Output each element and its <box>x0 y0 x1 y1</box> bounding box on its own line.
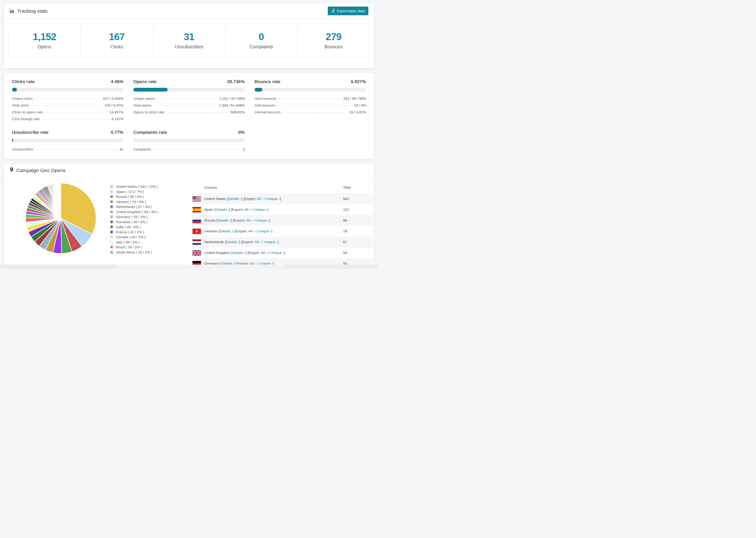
section-percent: 0% <box>238 130 244 135</box>
legend-swatch <box>110 225 113 228</box>
stat-label: Unsubscribes <box>175 44 203 50</box>
legend-label: Russia ( 86 / 5% ) <box>116 194 144 198</box>
stat-value: 167 <box>109 31 125 42</box>
legend-label: Romania ( 49 / 3% ) <box>116 220 147 224</box>
section-percent: 0.77% <box>111 130 124 135</box>
tracking-stats-title: Tracking stats <box>10 8 48 14</box>
country-total: 59 <box>343 251 347 255</box>
rate-row: Opens to clicks rate 689.82% <box>134 110 245 117</box>
progress-track <box>12 138 124 142</box>
flag-us-icon <box>192 196 201 202</box>
export-unique-link[interactable]: Unique › <box>270 251 284 255</box>
page-title: Tracking stats <box>17 8 48 14</box>
export-all-link[interactable]: All › <box>255 240 261 244</box>
complaints-rate-section: Complaints rate 0% Complaints 0 <box>134 130 245 154</box>
table-row: Netherlands [Details ›] [Export: All › /… <box>192 237 373 247</box>
progress-track <box>134 138 245 142</box>
stat-label: Bounces <box>324 44 343 50</box>
export-all-link[interactable]: All › <box>257 197 263 201</box>
legend-swatch <box>110 210 113 213</box>
dotted-leader <box>41 119 110 119</box>
progress-track <box>12 88 124 91</box>
clicks-rate-section: Clicks rate 4.46% Unique clicks 167 / 4.… <box>12 79 124 124</box>
details-link[interactable]: Details › <box>216 207 229 211</box>
export-unique-link[interactable]: Unique › <box>266 197 280 201</box>
export-unique-link[interactable]: Unique › <box>253 207 267 211</box>
tracking-stats-header: Tracking stats Export basic stats <box>4 3 374 19</box>
legend-swatch <box>110 195 113 198</box>
table-row: United States [Details ›] [Export: All ›… <box>192 193 373 204</box>
dotted-leader <box>31 105 103 106</box>
rate-row: Clicks to opens rate 14.497% <box>12 110 124 117</box>
legend-item: Vietnam ( 79 / 5% ) <box>110 199 158 204</box>
details-link[interactable]: Details › <box>228 197 242 201</box>
legend-label: United Kingdom ( 59 / 3% ) <box>116 210 158 214</box>
stat-value: 0 <box>259 31 264 42</box>
export-unique-link[interactable]: Unique › <box>264 240 278 244</box>
legend-label: Brazil ( 33 / 2% ) <box>116 245 142 249</box>
country-total: 79 <box>343 229 347 233</box>
legend-swatch <box>110 245 113 248</box>
geo-opens-title: Campaign Geo Opens <box>17 168 66 173</box>
table-row: Vietnam [Details ›] [Export: All › / Uni… <box>192 226 373 237</box>
details-link[interactable]: Details › <box>220 229 233 233</box>
legend-swatch <box>110 185 113 188</box>
legend-label: Italy ( 36 / 2% ) <box>116 240 140 244</box>
stat-label: Opens <box>37 44 51 50</box>
progress-track <box>254 88 366 91</box>
campaign-geo-opens-card: Campaign Geo Opens United States ( 541 /… <box>4 164 374 265</box>
flag-gb-icon <box>192 250 201 256</box>
dotted-leader <box>277 105 352 106</box>
flag-ru-icon <box>192 218 201 223</box>
export-all-link[interactable]: All › <box>261 251 267 255</box>
section-percent: 4.46% <box>111 79 124 84</box>
rate-row: Total opens 2,303 / 61.446% <box>134 103 245 110</box>
rate-row: Unique clicks 167 / 4.456% <box>12 96 124 103</box>
progress-fill <box>12 88 17 91</box>
rate-row: Click through rate 4.147% <box>12 117 124 124</box>
pie-legend: United States ( 541 / 31% ) Spain ( 121 … <box>110 184 158 255</box>
export-unique-link[interactable]: Unique › <box>257 229 271 233</box>
export-all-link[interactable]: All › <box>244 207 251 211</box>
progress-fill <box>134 88 168 91</box>
details-link[interactable]: Details › <box>226 240 239 244</box>
legend-swatch <box>110 215 113 218</box>
export-unique-link[interactable]: Unique › <box>255 218 269 222</box>
stat-label: Complaints <box>249 44 273 50</box>
legend-label: South Africa ( 29 / 2% ) <box>116 250 152 254</box>
legend-item: South Africa ( 29 / 2% ) <box>110 250 158 255</box>
export-icon <box>331 9 335 13</box>
legend-swatch <box>110 241 113 243</box>
geo-opens-table: Country Total United States [Details ›] … <box>192 182 373 265</box>
country-total: 541 <box>343 197 349 201</box>
legend-label: France ( 42 / 2% ) <box>116 230 144 234</box>
section-title: Unsubscribe rate <box>12 130 48 135</box>
geo-opens-pie-chart <box>25 182 97 254</box>
details-link[interactable]: Details › <box>232 251 245 255</box>
details-link[interactable]: Details › <box>217 218 231 222</box>
export-all-link[interactable]: All › <box>246 218 252 222</box>
country-name: Vietnam <box>204 229 218 233</box>
legend-item: United States ( 541 / 31% ) <box>110 184 158 189</box>
stat-item: 0 Complaints <box>225 24 297 57</box>
legend-swatch <box>110 200 113 203</box>
legend-item: Germany ( 55 / 3% ) <box>110 214 158 219</box>
legend-swatch <box>110 251 113 254</box>
section-title: Opens rate <box>134 79 157 84</box>
table-row: Russia [Details ›] [Export: All › / Uniq… <box>192 215 373 226</box>
country-name: Netherlands <box>204 240 224 244</box>
stat-value: 279 <box>326 31 341 42</box>
flag-vn-icon <box>192 229 201 234</box>
export-basic-stats-button[interactable]: Export basic stats <box>328 7 368 15</box>
country-column-header: Country <box>204 186 217 190</box>
section-title: Clicks rate <box>12 79 34 84</box>
legend-label: Spain ( 121 / 7% ) <box>116 190 144 194</box>
flag-nl-icon <box>192 240 201 245</box>
country-name: Spain <box>204 207 214 211</box>
table-row: Germany [Details ›] [Export: All › / Uni… <box>192 258 373 265</box>
export-all-link[interactable]: All › <box>248 229 255 233</box>
section-title: Complaints rate <box>134 130 167 135</box>
legend-item: Romania ( 49 / 3% ) <box>110 219 158 225</box>
legend-label: Netherlands ( 67 / 4% ) <box>116 205 152 209</box>
flag-es-icon <box>192 207 201 212</box>
